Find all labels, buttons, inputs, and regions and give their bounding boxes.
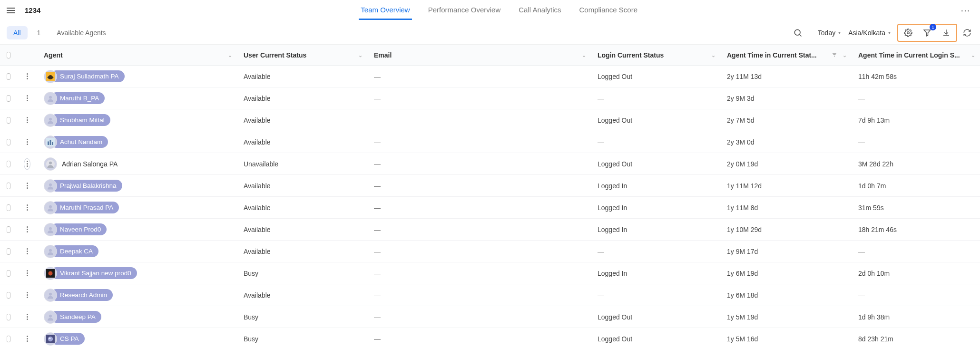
column-login-status[interactable]: Login Current Status ⌄	[591, 45, 720, 65]
agent-chip[interactable]: Deepak CA	[50, 245, 98, 257]
row-checkbox[interactable]	[7, 292, 10, 299]
row-checkbox[interactable]	[7, 183, 10, 189]
select-all-checkbox[interactable]	[7, 52, 10, 58]
table-header: Agent ⌄ User Current Status ⌄ Email ⌄ Lo…	[0, 45, 980, 66]
chevron-down-icon[interactable]: ⌄	[228, 52, 232, 58]
menu-icon[interactable]	[7, 6, 16, 15]
chevron-down-icon[interactable]: ⌄	[711, 52, 715, 58]
table-row[interactable]: Adrian Salonga PAUnavailable—Logged Out2…	[0, 153, 980, 175]
agent-chip[interactable]: Naveen Prod0	[50, 223, 107, 235]
table-row[interactable]: Naveen Prod0Available—Logged In1y 10M 29…	[0, 219, 980, 241]
row-select	[0, 226, 17, 233]
agent-chip[interactable]: Vikrant Sajjan new prod0	[50, 267, 137, 279]
settings-icon[interactable]	[902, 27, 914, 39]
more-icon[interactable]: ⋯	[958, 3, 973, 18]
tab-call-analytics[interactable]: Call Analytics	[517, 1, 563, 20]
svg-point-2	[907, 31, 910, 34]
cell-email: —	[367, 73, 591, 80]
chevron-down-icon[interactable]: ⌄	[971, 52, 975, 58]
table-row[interactable]: Maruthi B_PAAvailable——2y 9M 3d—	[0, 87, 980, 109]
agent-chip[interactable]: Achut Nandam	[50, 136, 108, 148]
row-checkbox[interactable]	[7, 139, 10, 145]
row-checkbox[interactable]	[7, 270, 10, 277]
kebab-icon[interactable]	[24, 71, 30, 82]
tab-performance-overview[interactable]: Performance Overview	[426, 1, 503, 20]
row-checkbox[interactable]	[7, 204, 10, 211]
kebab-icon[interactable]	[24, 268, 30, 279]
filter-one[interactable]: 1	[30, 26, 48, 39]
table-row[interactable]: Shubham MittalAvailable—Logged Out2y 7M …	[0, 109, 980, 131]
table-row[interactable]: Suraj Sulladmath PAAvailable—Logged Out2…	[0, 66, 980, 87]
tab-team-overview[interactable]: Team Overview	[359, 1, 412, 20]
row-checkbox[interactable]	[7, 314, 10, 320]
cell-agent: Maruthi B_PA	[37, 92, 237, 105]
agent-chip[interactable]: Research Admin	[50, 289, 113, 301]
agent-chip[interactable]: Suraj Sulladmath PA	[50, 70, 125, 82]
cell-time-login: 1d 9h 38m	[852, 313, 980, 321]
row-checkbox[interactable]	[7, 226, 10, 233]
tab-compliance-score[interactable]: Compliance Score	[577, 1, 639, 20]
row-checkbox[interactable]	[7, 117, 10, 124]
cell-user-status: Available	[237, 95, 367, 102]
kebab-icon[interactable]	[24, 158, 30, 170]
table-row[interactable]: Maruthi Prasad PAAvailable—Logged In1y 1…	[0, 197, 980, 219]
kebab-icon[interactable]	[24, 180, 30, 192]
search-icon[interactable]	[792, 27, 804, 39]
cell-login-status: Logged In	[591, 204, 720, 212]
row-checkbox[interactable]	[7, 73, 10, 80]
agent-chip[interactable]: Sandeep PA	[50, 311, 101, 323]
row-checkbox[interactable]	[7, 248, 10, 255]
chevron-down-icon[interactable]: ⌄	[843, 52, 847, 58]
row-select	[0, 117, 17, 124]
chevron-down-icon[interactable]: ⌄	[358, 52, 363, 58]
row-checkbox[interactable]	[7, 95, 10, 102]
column-user-status[interactable]: User Current Status ⌄	[237, 45, 367, 65]
kebab-icon[interactable]	[24, 290, 30, 301]
column-time-login[interactable]: Agent Time in Current Login S... ⌄	[852, 45, 980, 65]
table-row[interactable]: Deepak CAAvailable——1y 9M 17d—	[0, 241, 980, 262]
column-email[interactable]: Email ⌄	[367, 45, 591, 65]
cell-time-status: 2y 0M 19d	[720, 160, 852, 168]
table-row[interactable]: Achut NandamAvailable——2y 3M 0d—	[0, 131, 980, 153]
kebab-icon[interactable]	[24, 115, 30, 126]
agent-chip[interactable]: Prajwal Balakrishna	[50, 180, 122, 192]
kebab-icon[interactable]	[24, 311, 30, 323]
chevron-down-icon[interactable]: ⌄	[582, 52, 586, 58]
kebab-icon[interactable]	[24, 136, 30, 148]
column-time-status[interactable]: Agent Time in Current Stat... ⌄	[720, 45, 852, 65]
cell-user-status: Available	[237, 73, 367, 80]
row-actions	[17, 202, 37, 213]
agent-chip[interactable]: Maruthi B_PA	[50, 92, 105, 104]
timezone-select[interactable]: Asia/Kolkata ▾	[844, 27, 894, 39]
cell-user-status: Unavailable	[237, 160, 367, 168]
refresh-icon[interactable]	[961, 27, 973, 39]
kebab-icon[interactable]	[24, 93, 30, 104]
kebab-icon[interactable]	[24, 202, 30, 213]
column-agent[interactable]: Agent ⌄	[37, 45, 237, 65]
cell-user-status: Available	[237, 116, 367, 124]
table-row[interactable]: Vikrant Sajjan new prod0Busy—Logged In1y…	[0, 262, 980, 284]
cell-user-status: Available	[237, 291, 367, 299]
svg-point-0	[794, 29, 800, 35]
agent-chip[interactable]: Maruthi Prasad PA	[50, 202, 119, 213]
date-range-select[interactable]: Today ▾	[814, 27, 844, 39]
cell-email: —	[367, 95, 591, 102]
cell-time-status: 1y 5M 19d	[720, 313, 852, 321]
filter-icon[interactable]: 1	[921, 27, 933, 39]
kebab-icon[interactable]	[24, 224, 30, 235]
kebab-icon[interactable]	[24, 246, 30, 257]
sort-icon[interactable]	[832, 52, 837, 58]
table-row[interactable]: Prajwal BalakrishnaAvailable—Logged In1y…	[0, 175, 980, 197]
download-icon[interactable]	[940, 27, 952, 39]
cell-email: —	[367, 182, 591, 190]
table-row[interactable]: CS PABusy—Logged Out1y 5M 16d8d 23h 21m	[0, 328, 980, 348]
filter-available-agents[interactable]: Available Agents	[50, 26, 112, 39]
agent-chip[interactable]: Shubham Mittal	[50, 114, 110, 126]
filter-all[interactable]: All	[7, 26, 28, 39]
table-row[interactable]: Research AdminAvailable——1y 6M 18d—	[0, 284, 980, 306]
table-row[interactable]: Sandeep PABusy—Logged Out1y 5M 19d1d 9h …	[0, 306, 980, 328]
row-checkbox[interactable]	[7, 161, 10, 167]
kebab-icon[interactable]	[24, 333, 30, 345]
avatar	[44, 267, 57, 280]
row-checkbox[interactable]	[7, 336, 10, 342]
